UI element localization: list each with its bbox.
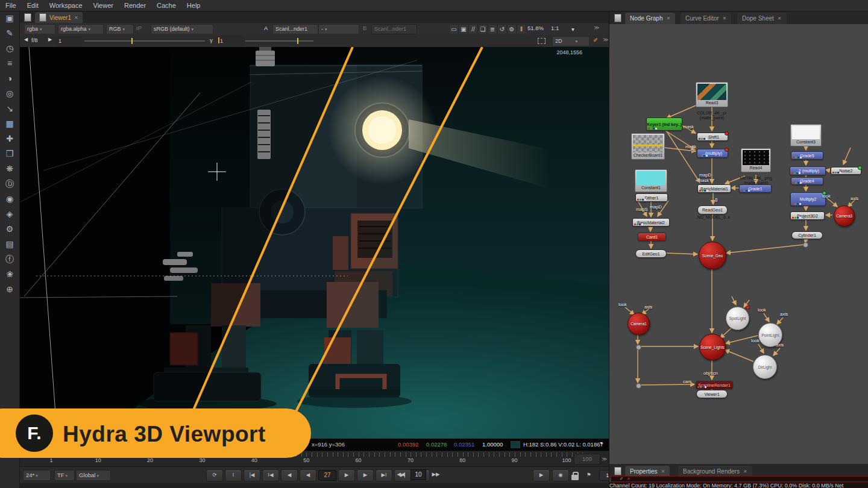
gamma-slider[interactable] — [245, 40, 313, 42]
menu-viewer[interactable]: Viewer — [88, 2, 119, 9]
tab-curve-editor[interactable]: Curve Editor✕ — [681, 13, 731, 24]
goto-start-button[interactable]: |◀ — [244, 469, 260, 481]
range-end-field-top[interactable]: 100 — [574, 454, 600, 465]
assist-icon[interactable]: ⊕ — [0, 282, 19, 297]
node-grade4[interactable]: Grade4 — [791, 177, 823, 185]
close-icon[interactable]: ✕ — [661, 469, 665, 474]
close-icon[interactable]: ✕ — [778, 16, 782, 21]
keyer-icon[interactable]: ↘ — [0, 101, 19, 116]
node-constant1[interactable]: Constant1 — [635, 169, 667, 192]
field-lines-icon[interactable]: ≣ — [488, 24, 497, 34]
node-basicmaterial2[interactable]: BasicMaterial2 — [632, 218, 670, 227]
play-forward-button[interactable]: ▶ — [338, 469, 355, 481]
overlay-icon[interactable]: ❏ — [478, 24, 488, 34]
close-icon[interactable]: ✕ — [74, 15, 78, 20]
proxy-gear-icon[interactable]: ⚙ — [507, 24, 517, 34]
node-scanlinerender1[interactable]: ScanlineRender1 — [696, 381, 733, 389]
particles-icon[interactable]: ❋ — [0, 161, 19, 177]
wipe-handle-icon[interactable]: ✐ — [593, 37, 598, 43]
flipbook-play-icon[interactable]: ▶ — [533, 469, 550, 481]
node-grade1[interactable]: Grade1 — [739, 184, 772, 193]
node-merge1[interactable]: ..(multiply) — [697, 149, 728, 158]
node-constant3[interactable]: Constant3 — [790, 124, 822, 146]
node-graph-canvas[interactable]: Read3COLOR_4K_.pr(matte_paint)Keyer1 (in… — [609, 24, 868, 464]
ocio-icon[interactable]: ❀ — [0, 267, 19, 282]
close-icon[interactable]: ✕ — [666, 16, 670, 21]
node-basicmaterial1[interactable]: BasicMaterial1 — [697, 184, 731, 193]
display-channel-select[interactable]: RGB▾ — [106, 24, 134, 34]
node-checkerboard1[interactable]: CheckerBoard1 — [631, 133, 665, 160]
fps-select[interactable]: 24* ▾ — [23, 470, 51, 481]
flag-icon[interactable]: ⚑ — [581, 470, 597, 481]
tab-node-graph[interactable]: Node Graph✕ — [625, 13, 675, 24]
node-editgeo1[interactable]: EditGeo1 — [635, 249, 667, 258]
lut-select[interactable]: sRGB (default)▾ — [151, 24, 213, 34]
ruler-overflow-icon[interactable]: ≫ — [602, 456, 607, 462]
lock-range-icon[interactable] — [571, 475, 579, 480]
node-read3[interactable]: Read3COLOR_4K_.pr(matte_paint) — [696, 82, 728, 107]
merge-icon[interactable]: ▦ — [0, 116, 19, 131]
gain-prev-icon[interactable]: ◀ — [24, 37, 28, 42]
range-mode-select[interactable]: Global ▾ — [76, 470, 111, 481]
close-icon[interactable]: ✕ — [723, 16, 727, 21]
node-cylinder1[interactable]: Cylinder1 — [791, 231, 823, 239]
flipbook-render-icon[interactable]: ◉ — [552, 469, 569, 481]
filter-icon[interactable]: ◎ — [0, 86, 19, 101]
pixel-aspect[interactable]: 1:1 — [551, 25, 559, 31]
increment-back-button[interactable]: ◀◀ — [393, 469, 409, 480]
color-icon[interactable]: ◑ — [0, 71, 19, 86]
zoom-dropdown-icon[interactable]: ▾ — [571, 26, 574, 33]
wipe-icon[interactable]: // — [468, 24, 478, 34]
gain-next-icon[interactable]: ▶ — [48, 37, 52, 42]
next-keyframe-button[interactable]: ▶I — [376, 469, 392, 481]
node-project3d2[interactable]: Project3D2 — [790, 211, 825, 220]
channels-select[interactable]: rgba▾ — [24, 24, 55, 34]
node-grade5[interactable]: Grade5 — [791, 151, 823, 160]
tab-dope-sheet[interactable]: Dope Sheet✕ — [737, 13, 787, 24]
node-scene_lights[interactable]: Scene_Lights — [699, 334, 726, 360]
node-merge2[interactable]: ..2 (multiply) — [790, 166, 826, 175]
node-readgeo1[interactable]: ReadGeo1..NG_MODEL_0..k — [697, 205, 728, 214]
draw-icon[interactable]: ✎ — [0, 26, 19, 41]
views-icon[interactable]: ◉ — [0, 192, 19, 207]
readout-dropdown-icon[interactable]: ▼ — [599, 441, 603, 445]
other-icon[interactable]: ▤ — [0, 237, 19, 252]
layer-select[interactable]: rgba.alpha▾ — [58, 24, 104, 34]
zoom-level[interactable]: 51.8% — [527, 25, 544, 31]
edge-elbow-dot[interactable] — [636, 345, 641, 350]
gain-slider-handle[interactable] — [131, 38, 133, 44]
roi-icon[interactable] — [538, 38, 546, 44]
furnace-icon[interactable]: ⓕ — [0, 252, 19, 267]
framing-icon[interactable]: ▭ — [449, 24, 459, 34]
step-back-button[interactable]: ◀ — [300, 469, 316, 481]
gain-slider[interactable] — [84, 40, 205, 42]
node-noise2[interactable]: Noise2 — [831, 167, 861, 175]
edge-elbow-dot[interactable] — [636, 383, 641, 389]
node-multiply2[interactable]: Multiply2 — [790, 192, 826, 206]
increment-field[interactable]: 10 — [410, 469, 426, 480]
toolbar-overflow-icon[interactable]: ≫ — [594, 25, 599, 31]
node-dither1[interactable]: Dither1 — [635, 193, 668, 202]
gain-field[interactable]: 1 — [55, 36, 82, 46]
node-viewer1[interactable]: Viewer1 — [696, 390, 728, 398]
range-marker-button[interactable]: I — [225, 469, 242, 481]
tab-viewer1[interactable]: Viewer1 ✕ — [35, 12, 83, 23]
play-backward-button[interactable]: ◀ — [281, 469, 298, 481]
channel-icon[interactable]: ≡ — [0, 56, 19, 71]
node-keyer1[interactable]: Keyer1 (ind key..) — [646, 117, 682, 131]
close-icon[interactable]: ✕ — [743, 469, 747, 474]
node-scene_geo[interactable]: Scene_Geo — [699, 242, 726, 269]
node-camera3[interactable]: Camera3 — [834, 205, 855, 227]
menu-file[interactable]: File — [0, 2, 22, 9]
gamma-field[interactable]: 1 — [217, 36, 244, 46]
toolbar2-overflow-icon[interactable]: ≫ — [603, 37, 608, 43]
view-mode-select[interactable]: 2D▾ — [552, 36, 590, 46]
node-shift1[interactable]: ..Shift1 — [697, 133, 728, 141]
panel-menu-icon[interactable] — [614, 467, 621, 475]
mask-overlay-icon[interactable]: ▣ — [459, 24, 468, 34]
viewport-3d[interactable]: 2048,1556 — [19, 47, 609, 439]
panel-menu-icon[interactable] — [24, 13, 31, 22]
menu-edit[interactable]: Edit — [22, 2, 44, 9]
edge-elbow-dot[interactable] — [803, 242, 808, 248]
node-spotlight[interactable]: SpotLight — [726, 307, 749, 330]
